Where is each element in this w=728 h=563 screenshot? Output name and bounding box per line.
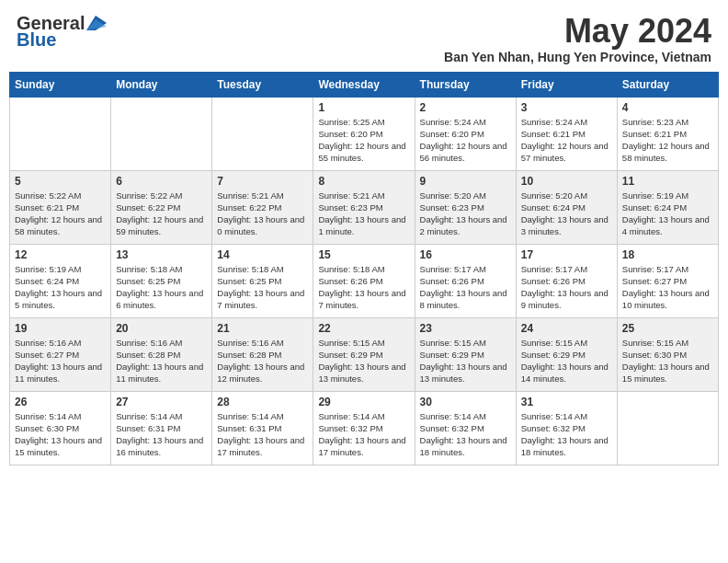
day-info: Sunrise: 5:16 AMSunset: 6:28 PMDaylight:… [116, 337, 207, 385]
header-monday: Monday [111, 72, 212, 97]
title-area: May 2024 Ban Yen Nhan, Hung Yen Province… [444, 13, 711, 64]
day-number: 24 [521, 322, 612, 335]
calendar-cell-w5-d6: 31Sunrise: 5:14 AMSunset: 6:32 PMDayligh… [516, 391, 617, 465]
day-number: 7 [217, 175, 308, 188]
day-info: Sunrise: 5:19 AMSunset: 6:24 PMDaylight:… [15, 263, 106, 312]
day-info: Sunrise: 5:16 AMSunset: 6:27 PMDaylight:… [15, 337, 106, 385]
calendar-cell-w2-d2: 6Sunrise: 5:22 AMSunset: 6:22 PMDaylight… [111, 170, 212, 244]
day-info: Sunrise: 5:24 AMSunset: 6:20 PMDaylight:… [420, 116, 511, 165]
calendar-cell-w1-d2 [111, 97, 212, 170]
calendar-week-4: 19Sunrise: 5:16 AMSunset: 6:27 PMDayligh… [10, 317, 719, 391]
header-friday: Friday [516, 72, 617, 97]
calendar-cell-w3-d5: 16Sunrise: 5:17 AMSunset: 6:26 PMDayligh… [415, 244, 516, 317]
day-info: Sunrise: 5:15 AMSunset: 6:29 PMDaylight:… [521, 337, 612, 385]
calendar-cell-w1-d7: 4Sunrise: 5:23 AMSunset: 6:21 PMDaylight… [617, 97, 718, 170]
calendar-week-1: 1Sunrise: 5:25 AMSunset: 6:20 PMDaylight… [10, 97, 719, 170]
day-number: 17 [521, 248, 612, 261]
calendar-cell-w5-d1: 26Sunrise: 5:14 AMSunset: 6:30 PMDayligh… [10, 391, 111, 465]
day-info: Sunrise: 5:18 AMSunset: 6:25 PMDaylight:… [116, 263, 207, 312]
day-info: Sunrise: 5:14 AMSunset: 6:31 PMDaylight:… [116, 410, 207, 459]
day-info: Sunrise: 5:14 AMSunset: 6:31 PMDaylight:… [217, 410, 308, 459]
day-info: Sunrise: 5:16 AMSunset: 6:28 PMDaylight:… [217, 337, 308, 385]
day-info: Sunrise: 5:18 AMSunset: 6:25 PMDaylight:… [217, 263, 308, 312]
day-info: Sunrise: 5:21 AMSunset: 6:22 PMDaylight:… [217, 190, 308, 238]
calendar-cell-w2-d7: 11Sunrise: 5:19 AMSunset: 6:24 PMDayligh… [617, 170, 718, 244]
day-info: Sunrise: 5:17 AMSunset: 6:27 PMDaylight:… [622, 263, 713, 312]
calendar-cell-w5-d2: 27Sunrise: 5:14 AMSunset: 6:31 PMDayligh… [111, 391, 212, 465]
day-info: Sunrise: 5:17 AMSunset: 6:26 PMDaylight:… [521, 263, 612, 312]
calendar-cell-w4-d7: 25Sunrise: 5:15 AMSunset: 6:30 PMDayligh… [617, 317, 718, 391]
calendar-cell-w5-d5: 30Sunrise: 5:14 AMSunset: 6:32 PMDayligh… [415, 391, 516, 465]
day-number: 28 [217, 396, 308, 408]
day-number: 8 [318, 175, 409, 188]
day-info: Sunrise: 5:22 AMSunset: 6:21 PMDaylight:… [15, 190, 106, 238]
calendar-cell-w2-d6: 10Sunrise: 5:20 AMSunset: 6:24 PMDayligh… [516, 170, 617, 244]
logo: General Blue [17, 13, 107, 50]
day-number: 26 [15, 396, 106, 408]
day-number: 25 [622, 322, 713, 335]
logo-icon [86, 16, 107, 30]
calendar-cell-w3-d2: 13Sunrise: 5:18 AMSunset: 6:25 PMDayligh… [111, 244, 212, 317]
day-info: Sunrise: 5:20 AMSunset: 6:23 PMDaylight:… [420, 190, 511, 238]
day-number: 21 [217, 322, 308, 335]
day-number: 22 [318, 322, 409, 335]
day-info: Sunrise: 5:14 AMSunset: 6:32 PMDaylight:… [521, 410, 612, 459]
day-number: 18 [622, 248, 713, 261]
month-title: May 2024 [444, 13, 711, 50]
calendar-week-3: 12Sunrise: 5:19 AMSunset: 6:24 PMDayligh… [10, 244, 719, 317]
day-info: Sunrise: 5:23 AMSunset: 6:21 PMDaylight:… [622, 116, 713, 165]
day-info: Sunrise: 5:15 AMSunset: 6:30 PMDaylight:… [622, 337, 713, 385]
calendar-table: Sunday Monday Tuesday Wednesday Thursday… [9, 72, 719, 465]
day-number: 15 [318, 248, 409, 261]
calendar-cell-w3-d7: 18Sunrise: 5:17 AMSunset: 6:27 PMDayligh… [617, 244, 718, 317]
day-info: Sunrise: 5:17 AMSunset: 6:26 PMDaylight:… [420, 263, 511, 312]
header-tuesday: Tuesday [212, 72, 313, 97]
calendar-cell-w3-d3: 14Sunrise: 5:18 AMSunset: 6:25 PMDayligh… [212, 244, 313, 317]
day-number: 4 [622, 101, 713, 114]
calendar-cell-w3-d1: 12Sunrise: 5:19 AMSunset: 6:24 PMDayligh… [10, 244, 111, 317]
day-number: 27 [116, 396, 207, 408]
calendar-cell-w5-d4: 29Sunrise: 5:14 AMSunset: 6:32 PMDayligh… [313, 391, 415, 465]
location: Ban Yen Nhan, Hung Yen Province, Vietnam [444, 50, 711, 64]
day-info: Sunrise: 5:15 AMSunset: 6:29 PMDaylight:… [318, 337, 409, 385]
page-header: General Blue May 2024 Ban Yen Nhan, Hung… [9, 9, 719, 68]
header-thursday: Thursday [415, 72, 516, 97]
calendar-cell-w4-d2: 20Sunrise: 5:16 AMSunset: 6:28 PMDayligh… [111, 317, 212, 391]
day-number: 29 [318, 396, 409, 408]
day-number: 30 [420, 396, 511, 408]
logo-blue: Blue [17, 29, 107, 50]
day-info: Sunrise: 5:24 AMSunset: 6:21 PMDaylight:… [521, 116, 612, 165]
calendar-cell-w1-d5: 2Sunrise: 5:24 AMSunset: 6:20 PMDaylight… [415, 97, 516, 170]
day-info: Sunrise: 5:15 AMSunset: 6:29 PMDaylight:… [420, 337, 511, 385]
calendar-cell-w5-d7 [617, 391, 718, 465]
calendar-cell-w2-d4: 8Sunrise: 5:21 AMSunset: 6:23 PMDaylight… [313, 170, 415, 244]
calendar-week-5: 26Sunrise: 5:14 AMSunset: 6:30 PMDayligh… [10, 391, 719, 465]
day-number: 9 [420, 175, 511, 188]
day-info: Sunrise: 5:21 AMSunset: 6:23 PMDaylight:… [318, 190, 409, 238]
day-info: Sunrise: 5:20 AMSunset: 6:24 PMDaylight:… [521, 190, 612, 238]
day-number: 23 [420, 322, 511, 335]
calendar-cell-w2-d3: 7Sunrise: 5:21 AMSunset: 6:22 PMDaylight… [212, 170, 313, 244]
calendar-cell-w4-d3: 21Sunrise: 5:16 AMSunset: 6:28 PMDayligh… [212, 317, 313, 391]
calendar-cell-w1-d3 [212, 97, 313, 170]
day-number: 14 [217, 248, 308, 261]
day-number: 19 [15, 322, 106, 335]
day-number: 2 [420, 101, 511, 114]
calendar-cell-w4-d6: 24Sunrise: 5:15 AMSunset: 6:29 PMDayligh… [516, 317, 617, 391]
day-info: Sunrise: 5:14 AMSunset: 6:30 PMDaylight:… [15, 410, 106, 459]
day-number: 1 [318, 101, 409, 114]
calendar-cell-w1-d6: 3Sunrise: 5:24 AMSunset: 6:21 PMDaylight… [516, 97, 617, 170]
day-number: 11 [622, 175, 713, 188]
calendar-cell-w1-d4: 1Sunrise: 5:25 AMSunset: 6:20 PMDaylight… [313, 97, 415, 170]
calendar-header-row: Sunday Monday Tuesday Wednesday Thursday… [10, 72, 719, 97]
calendar-cell-w4-d5: 23Sunrise: 5:15 AMSunset: 6:29 PMDayligh… [415, 317, 516, 391]
calendar-cell-w4-d1: 19Sunrise: 5:16 AMSunset: 6:27 PMDayligh… [10, 317, 111, 391]
day-info: Sunrise: 5:18 AMSunset: 6:26 PMDaylight:… [318, 263, 409, 312]
day-number: 31 [521, 396, 612, 408]
calendar-cell-w2-d1: 5Sunrise: 5:22 AMSunset: 6:21 PMDaylight… [10, 170, 111, 244]
day-info: Sunrise: 5:14 AMSunset: 6:32 PMDaylight:… [420, 410, 511, 459]
day-number: 5 [15, 175, 106, 188]
day-number: 6 [116, 175, 207, 188]
day-info: Sunrise: 5:14 AMSunset: 6:32 PMDaylight:… [318, 410, 409, 459]
calendar-cell-w3-d4: 15Sunrise: 5:18 AMSunset: 6:26 PMDayligh… [313, 244, 415, 317]
